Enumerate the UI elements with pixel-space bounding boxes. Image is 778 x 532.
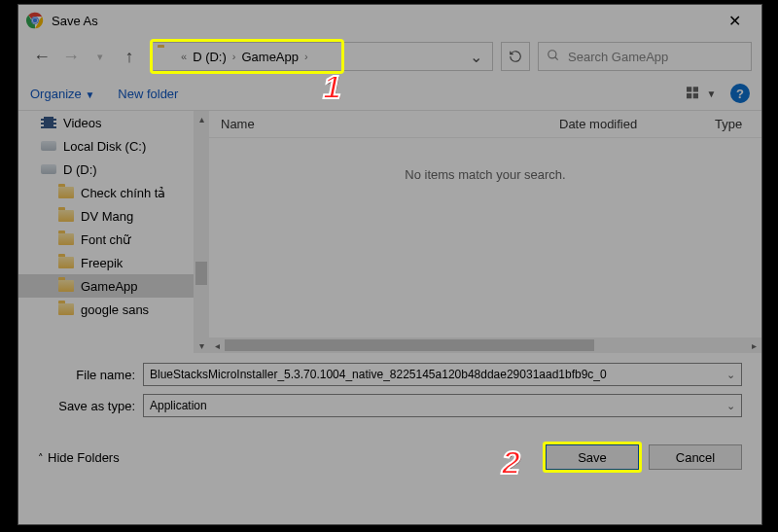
svg-rect-9 — [692, 93, 697, 98]
hscroll-thumb[interactable] — [225, 339, 594, 351]
svg-point-4 — [548, 50, 556, 57]
refresh-button[interactable] — [501, 42, 530, 71]
address-bar[interactable]: « D (D:) › GameApp › ⌄ — [151, 42, 493, 71]
disk-icon — [40, 138, 57, 154]
forward-button[interactable]: → — [57, 43, 85, 70]
save-type-label: Save as type: — [38, 399, 135, 413]
chevron-right-icon[interactable]: › — [232, 51, 236, 62]
chrome-icon — [26, 12, 44, 29]
scroll-left-icon[interactable]: ◂ — [209, 337, 225, 353]
tree-item[interactable]: google sans — [18, 298, 209, 321]
tree-item[interactable]: Font chữ — [18, 228, 209, 251]
nav-bar: ← → ▾ ↑ « D (D:) › GameApp › ⌄ Search Ga… — [18, 36, 761, 77]
scroll-up-icon[interactable]: ▴ — [194, 111, 209, 126]
tree-item[interactable]: Local Disk (C:) — [18, 134, 209, 158]
folder-tree[interactable]: VideosLocal Disk (C:)D (D:)Check chính t… — [18, 111, 209, 353]
back-button[interactable]: ← — [28, 43, 55, 70]
folder-icon — [57, 255, 75, 270]
search-input[interactable]: Search GameApp — [538, 42, 752, 71]
window-title: Save As — [52, 14, 715, 28]
save-as-dialog: Save As ✕ ← → ▾ ↑ « D (D:) › GameApp › ⌄ — [18, 4, 762, 525]
titlebar: Save As ✕ — [18, 5, 761, 36]
tree-item-label: D (D:) — [63, 162, 97, 177]
address-dropdown[interactable]: ⌄ — [460, 48, 492, 66]
callout-2: 2 — [502, 443, 520, 481]
close-button[interactable]: ✕ — [715, 7, 754, 34]
folder-icon — [57, 185, 75, 200]
tree-item[interactable]: Check chính tả — [18, 181, 209, 204]
tree-item[interactable]: GameApp — [18, 274, 209, 298]
tree-item-label: DV Mang — [81, 209, 133, 224]
breadcrumb-seg-1[interactable]: GameApp — [239, 48, 301, 66]
save-button[interactable]: Save — [546, 444, 639, 470]
disk-icon — [40, 161, 57, 177]
col-type[interactable]: Type — [703, 117, 761, 131]
folder-icon — [57, 231, 75, 247]
folder-icon — [57, 208, 75, 224]
cancel-button[interactable]: Cancel — [649, 444, 742, 470]
search-placeholder: Search GameApp — [568, 50, 668, 64]
footer: ˄Hide Folders Save Cancel — [18, 429, 761, 470]
chevron-up-icon: ˄ — [38, 452, 44, 464]
callout-1: 1 — [323, 68, 341, 106]
save-type-select[interactable]: Application ⌄ — [143, 394, 742, 417]
chevron-down-icon[interactable]: ⌄ — [726, 400, 735, 412]
scroll-thumb[interactable] — [195, 262, 207, 285]
svg-point-3 — [33, 18, 38, 23]
tree-item-label: Font chữ — [81, 232, 130, 247]
new-folder-button[interactable]: New folder — [118, 87, 178, 101]
folder-icon — [158, 48, 175, 65]
main-area: VideosLocal Disk (C:)D (D:)Check chính t… — [18, 110, 761, 353]
svg-rect-8 — [687, 93, 691, 98]
file-name-label: File name: — [38, 368, 135, 382]
scroll-down-icon[interactable]: ▾ — [194, 337, 209, 353]
help-button[interactable]: ? — [730, 84, 750, 103]
organize-menu[interactable]: Organize ▼ — [30, 87, 94, 101]
file-list: Name Date modified Type No items match y… — [209, 111, 761, 353]
search-icon — [547, 49, 560, 65]
svg-rect-6 — [687, 87, 691, 91]
chevron-right-icon[interactable]: › — [304, 51, 308, 62]
video-icon — [40, 115, 57, 130]
fields: File name: BlueStacksMicroInstaller_5.3.… — [18, 353, 761, 429]
toolbar: Organize ▼ New folder ▼ ? — [18, 77, 761, 110]
tree-item-label: google sans — [81, 302, 149, 317]
col-name[interactable]: Name — [209, 117, 548, 131]
tree-item-label: Videos — [63, 116, 102, 130]
tree-item[interactable]: DV Mang — [18, 204, 209, 228]
tree-item[interactable]: Videos — [18, 111, 209, 134]
tree-item[interactable]: D (D:) — [18, 158, 209, 181]
file-name-input[interactable]: BlueStacksMicroInstaller_5.3.70.1004_nat… — [143, 363, 742, 386]
col-date[interactable]: Date modified — [548, 117, 703, 131]
hscrollbar[interactable]: ◂ ▸ — [209, 337, 761, 353]
hide-folders-toggle[interactable]: ˄Hide Folders — [38, 450, 120, 465]
view-options-button[interactable]: ▼ — [682, 87, 721, 100]
folder-icon — [57, 301, 75, 317]
up-button[interactable]: ↑ — [116, 43, 143, 70]
tree-item-label: Check chính tả — [81, 186, 166, 200]
tree-item[interactable]: Freepik — [18, 251, 209, 274]
tree-item-label: Local Disk (C:) — [63, 139, 146, 154]
scroll-right-icon[interactable]: ▸ — [746, 337, 761, 353]
tree-item-label: Freepik — [81, 256, 123, 270]
tree-scrollbar[interactable]: ▴ ▾ — [194, 111, 209, 353]
breadcrumb-seg-0[interactable]: D (D:) — [191, 48, 229, 66]
empty-state: No items match your search. — [209, 167, 761, 182]
breadcrumb-overflow[interactable]: « — [181, 51, 187, 62]
chevron-down-icon[interactable]: ⌄ — [726, 369, 735, 381]
folder-icon — [57, 278, 75, 294]
column-headers[interactable]: Name Date modified Type — [209, 111, 761, 138]
svg-line-5 — [555, 56, 558, 59]
tree-item-label: GameApp — [81, 279, 138, 294]
recent-dropdown[interactable]: ▾ — [87, 43, 114, 70]
svg-rect-7 — [692, 87, 697, 91]
